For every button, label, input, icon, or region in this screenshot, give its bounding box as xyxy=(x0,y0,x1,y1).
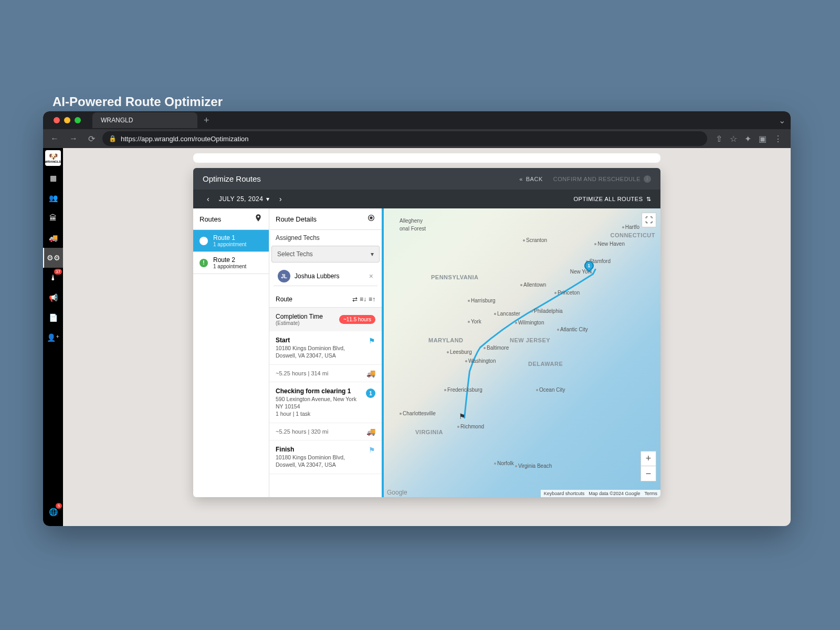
route-sub: 1 appointment xyxy=(213,242,246,247)
map-data-text: Map data ©2024 Google xyxy=(589,491,640,496)
close-window-button[interactable] xyxy=(54,117,60,123)
new-tab-button[interactable]: + xyxy=(197,115,216,126)
map-city-label: Leesburg xyxy=(447,349,472,355)
prev-day-button[interactable]: ‹ xyxy=(203,195,214,203)
map-state-label: PENNSYLVANIA xyxy=(431,274,479,280)
sidebar-route-icon[interactable]: ⚙⚙ xyxy=(43,248,63,268)
reload-button[interactable]: ⟳ xyxy=(85,132,98,146)
sidebar-globe-icon[interactable]: 🌐5 xyxy=(43,502,63,522)
map-city-label: Harrisburg xyxy=(468,298,496,303)
map-city-label: Allentown xyxy=(520,282,546,288)
start-flag-icon: ⚑ xyxy=(369,337,375,345)
sidebar-thermometer-icon[interactable]: 🌡37 xyxy=(43,268,63,288)
forward-button[interactable]: → xyxy=(66,132,81,145)
fullscreen-button[interactable]: ⛶ xyxy=(642,213,656,227)
completion-badge: ~11.5 hours xyxy=(339,315,375,324)
bookmark-icon[interactable]: ☆ xyxy=(730,134,737,144)
map-city-label: Wilmington xyxy=(515,320,544,326)
route-item-1[interactable]: Route 1 1 appointment xyxy=(193,230,269,252)
map[interactable]: PENNSYLVANIA CONNECTICUT MARYLAND NEW JE… xyxy=(384,208,660,497)
chevron-down-icon: ▾ xyxy=(371,250,374,258)
sidebar-document-icon[interactable]: 📄 xyxy=(43,308,63,328)
map-city-label: New Haven xyxy=(594,241,625,247)
map-state-label: VIRGINIA xyxy=(415,429,443,435)
route-details-column: Route Details Assigned Techs Select Tech… xyxy=(269,208,384,497)
menu-icon[interactable]: ⋮ xyxy=(774,134,782,144)
minimize-window-button[interactable] xyxy=(64,117,70,123)
map-city-label: Virginia Beach xyxy=(515,463,552,469)
shuffle-icon[interactable]: ⇄ xyxy=(352,296,358,303)
tab-menu-caret[interactable]: ⌄ xyxy=(779,116,785,125)
app-area: 🐶 WRANGLD ▦ 👥 🏛 🚚 ⚙⚙ 🌡37 📢 📄 👤⁺ 🌐5 Optim… xyxy=(43,148,791,526)
start-block: Start 10180 Kings Dominion Blvd, Doswell… xyxy=(269,331,382,365)
target-icon[interactable] xyxy=(367,214,375,224)
lock-icon: 🔒 xyxy=(109,135,117,142)
travel-leg-1: ~5.25 hours | 314 mi 🚚 xyxy=(269,365,382,382)
map-city-label: Ocean City xyxy=(536,387,565,393)
truck-icon: 🚚 xyxy=(366,427,375,436)
completion-estimate: (Estimate) xyxy=(276,320,323,326)
route-dot: ! xyxy=(200,259,208,267)
stop-1-block[interactable]: Checking form clearing 1 590 Lexington A… xyxy=(269,382,382,423)
routes-column: Routes Route 1 1 appointment xyxy=(193,208,269,497)
details-header: Route Details xyxy=(269,208,382,230)
map-city-label: Hartfo xyxy=(622,224,639,230)
zoom-in-button[interactable]: + xyxy=(641,452,656,466)
sidebar-adduser-icon[interactable]: 👤⁺ xyxy=(43,328,63,348)
select-techs-dropdown[interactable]: Select Techs ▾ xyxy=(271,246,380,262)
page-title: AI-Powered Route Optimizer xyxy=(0,0,840,120)
browser-tab[interactable]: WRANGLD xyxy=(92,112,197,128)
back-button[interactable]: ← xyxy=(47,132,62,145)
map-city-label: Charlottesville xyxy=(400,411,436,416)
terms-link[interactable]: Terms xyxy=(645,491,658,496)
keyboard-shortcuts-link[interactable]: Keyboard shortcuts xyxy=(544,491,585,496)
panel-icon[interactable]: ▣ xyxy=(759,134,766,144)
location-pin-icon[interactable] xyxy=(254,214,262,224)
map-city-label: Princeton xyxy=(554,290,580,296)
sort-icon[interactable]: ≡↓ xyxy=(360,296,366,303)
map-attribution: Keyboard shortcuts Map data ©2024 Google… xyxy=(541,490,660,497)
tab-title: WRANGLD xyxy=(101,117,133,124)
optimize-all-button[interactable]: OPTIMIZE ALL ROUTES ⇅ xyxy=(574,196,651,203)
traffic-lights xyxy=(48,117,86,123)
next-day-button[interactable]: › xyxy=(275,195,286,203)
zoom-out-button[interactable]: − xyxy=(641,466,656,481)
share-icon[interactable]: ⇧ xyxy=(716,134,722,144)
remove-tech-button[interactable]: × xyxy=(369,272,373,280)
map-pin-stop-1[interactable]: 1 xyxy=(584,261,595,275)
route-name: Route 1 xyxy=(213,234,246,242)
sidebar-bank-icon[interactable]: 🏛 xyxy=(43,208,63,228)
sort-up-icon[interactable]: ≡↑ xyxy=(369,296,375,303)
url-bar[interactable]: 🔒 https://app.wrangld.com/routeOptimizat… xyxy=(102,131,707,146)
app-sidebar: 🐶 WRANGLD ▦ 👥 🏛 🚚 ⚙⚙ 🌡37 📢 📄 👤⁺ 🌐5 xyxy=(43,148,63,526)
modal-header: Optimize Routes « BACK CONFIRM AND RESCH… xyxy=(193,168,660,190)
modal-body: Routes Route 1 1 appointment xyxy=(193,208,660,497)
sidebar-truck-icon[interactable]: 🚚 xyxy=(43,228,63,248)
route-name: Route 2 xyxy=(213,256,246,264)
map-state-label: DELAWARE xyxy=(528,361,563,367)
back-button[interactable]: « BACK xyxy=(519,176,543,182)
finish-flag-icon: ⚑ xyxy=(369,446,375,454)
extensions-icon[interactable]: ✦ xyxy=(744,134,751,144)
zoom-controls: + − xyxy=(640,451,656,481)
map-flag-start[interactable]: ⚑ xyxy=(459,412,469,426)
map-city-label: Lancaster xyxy=(494,311,520,317)
sidebar-megaphone-icon[interactable]: 📢 xyxy=(43,288,63,308)
svg-point-1 xyxy=(370,217,372,219)
tech-name: Joshua Lubbers xyxy=(295,272,365,280)
route-item-2[interactable]: ! Route 2 1 appointment xyxy=(193,252,269,274)
sidebar-dashboard-icon[interactable]: ▦ xyxy=(43,168,63,188)
maximize-window-button[interactable] xyxy=(75,117,81,123)
top-bar xyxy=(193,153,660,163)
browser-window: WRANGLD + ⌄ ← → ⟳ 🔒 https://app.wrangld.… xyxy=(43,111,791,526)
route-polyline xyxy=(384,208,660,497)
travel-leg-2: ~5.25 hours | 320 mi 🚚 xyxy=(269,423,382,440)
app-logo[interactable]: 🐶 WRANGLD xyxy=(45,150,61,166)
confirm-reschedule-button[interactable]: CONFIRM AND RESCHEDULE i xyxy=(553,175,651,183)
map-city-label: Philadelphia xyxy=(531,308,563,314)
dropdown-caret-icon: ▾ xyxy=(266,195,270,203)
completion-row: Completion Time (Estimate) ~11.5 hours xyxy=(269,308,382,331)
completion-label: Completion Time xyxy=(276,313,323,320)
date-picker[interactable]: JULY 25, 2024 ▾ xyxy=(214,195,275,203)
sidebar-users-icon[interactable]: 👥 xyxy=(43,188,63,208)
